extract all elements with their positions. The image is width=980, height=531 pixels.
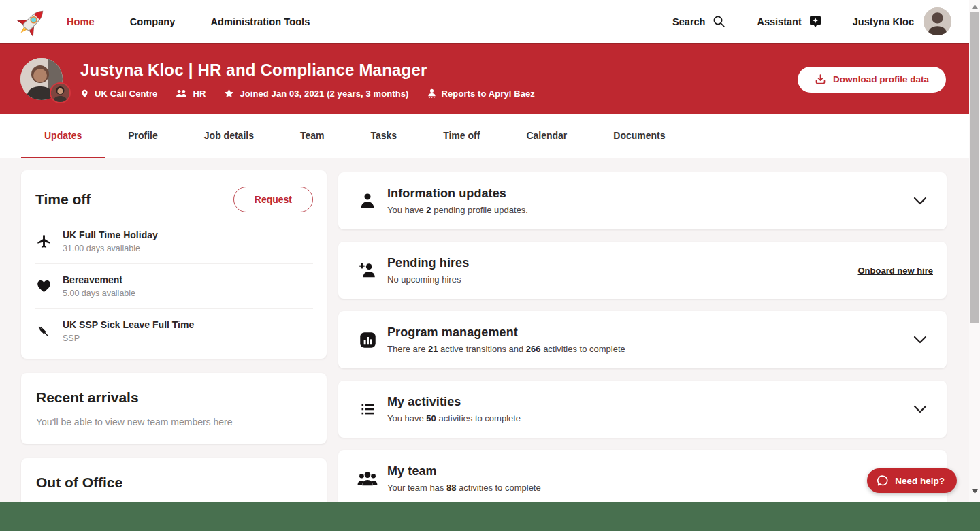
location-pin-icon [80,88,89,99]
assistant-badge-icon [809,15,821,29]
airplane-icon [35,234,52,250]
rocket-logo-icon[interactable] [12,3,50,40]
chat-bubble-icon [877,474,889,487]
out-of-office-title: Out of Office [36,474,312,491]
recent-arrivals-card: Recent arrivals You'll be able to view n… [21,373,327,444]
time-off-card: Time off Request UK Full Time Holiday 31… [21,170,327,359]
profile-meta: UK Call Centre HR [80,88,535,99]
widget-title: My team [387,464,541,479]
widget-title: Information updates [387,187,528,201]
widget-title: Pending hires [387,256,469,270]
nav-right: Search Assistant [672,7,951,35]
my-team-widget[interactable]: My team Your team has 88 activities to c… [338,450,947,507]
search-icon [713,15,725,28]
widget-subtext: You have 50 activities to complete [387,413,521,423]
chevron-down-icon[interactable] [913,405,927,413]
onboard-new-hire-link[interactable]: Onboard new hire [858,266,933,276]
need-help-button[interactable]: Need help? [867,468,957,493]
footer-bar [0,502,980,531]
tab-job-details[interactable]: Job details [181,114,277,158]
program-management-widget[interactable]: Program management There are 21 active t… [338,311,947,368]
policy-detail: 5.00 days available [63,289,135,298]
chevron-down-icon[interactable] [913,336,927,344]
profile-header: Justyna Kloc | HR and Compliance Manager… [0,43,969,114]
assistant-label: Assistant [757,16,801,27]
download-button-label: Download profile data [833,74,929,84]
time-off-policy-row: UK Full Time Holiday 31.00 days availabl… [35,219,313,263]
search-label: Search [672,16,705,27]
nav-links: Home Company Administration Tools [67,16,345,27]
meta-location-label: UK Call Centre [95,88,157,99]
widget-title: My activities [387,395,521,409]
download-profile-data-button[interactable]: Download profile data [798,67,946,93]
scrollbar-down-arrow[interactable] [969,486,980,497]
list-icon [357,401,378,417]
widget-subtext: Your team has 88 activities to complete [387,483,541,493]
widget-subtext: You have 2 pending profile updates. [387,205,528,215]
content-area: Time off Request UK Full Time Holiday 31… [0,158,969,531]
people-icon [176,88,187,98]
tab-time-off[interactable]: Time off [420,114,503,158]
policy-name: UK SSP Sick Leave Full Time [63,319,194,330]
recent-arrivals-empty-text: You'll be able to view new team members … [36,417,312,428]
policy-detail: 31.00 days available [63,244,158,253]
manager-avatar[interactable] [50,82,71,103]
heart-icon [35,278,52,295]
page: Home Company Administration Tools Search… [0,0,969,531]
user-menu[interactable]: Justyna Kloc [853,7,951,35]
profile-tabs: Updates Profile Job details Team Tasks T… [0,114,969,158]
user-name: Justyna Kloc [853,16,914,27]
star-icon [224,88,234,98]
recent-arrivals-title: Recent arrivals [36,389,312,406]
person-plus-icon [357,261,378,280]
scrollbar-thumb[interactable] [970,12,979,323]
tab-profile[interactable]: Profile [105,114,181,158]
profile-header-text: Justyna Kloc | HR and Compliance Manager… [80,61,535,99]
bar-chart-icon [357,331,378,349]
nav-link-home[interactable]: Home [67,16,95,27]
information-updates-widget[interactable]: Information updates You have 2 pending p… [338,172,947,229]
meta-department: HR [176,88,206,99]
scrollbar-up-arrow[interactable] [969,1,980,12]
need-help-label: Need help? [895,476,945,486]
meta-location: UK Call Centre [80,88,157,99]
profile-title: Justyna Kloc | HR and Compliance Manager [80,61,535,80]
scrollbar[interactable] [969,0,980,502]
meta-joined: Joined Jan 03, 2021 (2 years, 3 months) [224,88,408,99]
top-nav: Home Company Administration Tools Search… [0,0,969,43]
request-time-off-button[interactable]: Request [233,187,313,212]
person-icon [357,191,378,210]
left-column: Time off Request UK Full Time Holiday 31… [21,170,327,531]
time-off-title: Time off [35,191,91,208]
time-off-policy-row: Bereavement 5.00 days available [35,263,313,308]
meta-reports-to-label: Reports to Apryl Baez [442,88,535,99]
assistant-button[interactable]: Assistant [757,15,821,29]
user-avatar[interactable] [924,7,951,35]
policy-name: UK Full Time Holiday [63,229,158,240]
meta-reports-to: Reports to Apryl Baez [427,88,535,99]
syringe-icon [35,323,52,340]
tab-team[interactable]: Team [277,114,348,158]
widget-subtext: There are 21 active transitions and 266 … [387,344,625,354]
meta-department-label: HR [193,88,206,99]
tab-calendar[interactable]: Calendar [503,114,590,158]
team-icon [357,470,378,487]
widget-subtext: No upcoming hires [387,274,469,285]
widget-title: Program management [387,325,625,340]
download-icon [815,74,826,85]
profile-avatar-stack [20,55,78,104]
meta-joined-label: Joined Jan 03, 2021 (2 years, 3 months) [240,88,408,99]
search-button[interactable]: Search [672,15,725,28]
tab-updates[interactable]: Updates [21,114,105,158]
nav-link-company[interactable]: Company [130,16,176,27]
tab-documents[interactable]: Documents [590,114,688,158]
time-off-policy-row: UK SSP Sick Leave Full Time SSP [35,308,313,353]
tab-tasks[interactable]: Tasks [348,114,421,158]
nav-link-administration-tools[interactable]: Administration Tools [210,16,310,27]
my-activities-widget[interactable]: My activities You have 50 activities to … [338,381,947,438]
policy-name: Bereavement [63,274,135,285]
chevron-down-icon[interactable] [913,197,927,205]
right-column: Information updates You have 2 pending p… [338,172,947,531]
person-icon [427,88,436,98]
pending-hires-widget: Pending hires No upcoming hires Onboard … [338,242,947,299]
